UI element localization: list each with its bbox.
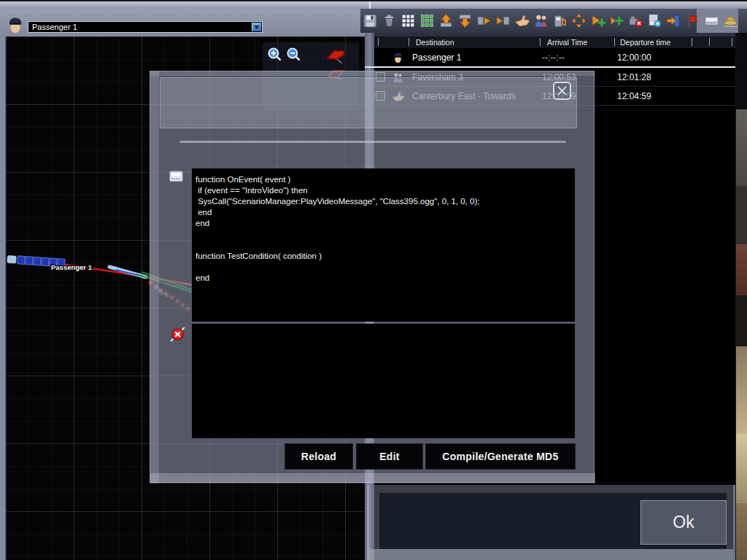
scenario-tools-icon[interactable] (723, 13, 738, 28)
grid-snap-icon[interactable] (419, 13, 435, 28)
cell-departure: 12:01:28 (617, 68, 651, 87)
import-icon[interactable] (438, 13, 454, 28)
code-line: end (196, 218, 575, 229)
title-bar (0, 0, 747, 9)
keyboard-icon[interactable] (704, 13, 719, 28)
dialog-bottom-band (150, 473, 595, 483)
column-tick (709, 38, 710, 46)
left-panel-border (0, 36, 6, 560)
code-lines: function OnEvent( event ) if (event == "… (196, 174, 575, 284)
driver-avatar-icon (6, 16, 25, 35)
ok-button[interactable]: Ok (640, 500, 727, 545)
editor-toolbar (360, 9, 747, 33)
code-line (196, 229, 575, 240)
train-label: Passenger 1 (51, 263, 93, 271)
service-properties-icon[interactable] (647, 13, 662, 28)
cell-arrival: --:--:-- (542, 48, 565, 67)
script-code-view[interactable]: function OnEvent( event ) if (event == "… (192, 168, 575, 322)
refuel-icon[interactable] (552, 13, 568, 28)
code-line: end (196, 273, 575, 284)
column-tick (732, 38, 732, 46)
expand-icon[interactable] (571, 13, 587, 28)
cell-departure: 12:04:59 (617, 87, 651, 106)
timetable-row-passenger-1[interactable]: Passenger 1 --:--:-- 12:00:00 (374, 48, 735, 67)
script-editor-dialog: function OnEvent( event ) if (event == "… (150, 71, 595, 483)
script-output-view[interactable] (192, 324, 575, 438)
close-icon[interactable] (552, 81, 572, 101)
column-tick (378, 38, 379, 46)
compile-error-icon (169, 326, 186, 343)
export-icon[interactable] (457, 13, 473, 28)
cell-departure: 12:00:00 (617, 48, 651, 67)
grid-align-icon[interactable] (400, 13, 416, 28)
red-marker-icon[interactable] (324, 45, 347, 64)
dialog-left-band (150, 71, 159, 483)
column-tick (409, 38, 409, 46)
footer-bottom-strip (369, 549, 733, 560)
app-window: Passenger 1 Player (0, 0, 747, 560)
code-line: if (event == "IntroVideo") then (196, 185, 575, 196)
code-line (196, 240, 575, 251)
add-driver-icon[interactable] (590, 13, 605, 28)
driver-icon (392, 52, 404, 64)
reload-button[interactable]: Reload (285, 443, 353, 470)
world-view-sliver (735, 33, 747, 560)
selected-row-underline (365, 66, 735, 68)
column-arrival[interactable]: Arrival Time (547, 38, 587, 47)
script-source-icon (169, 171, 183, 182)
driver-select-value: Passenger 1 (32, 23, 77, 31)
driver-select-dropdown[interactable]: Passenger 1 (28, 21, 263, 33)
select-hand-icon[interactable] (514, 13, 530, 28)
code-line: function TestCondition( condition ) (196, 251, 575, 262)
column-tick (540, 38, 541, 46)
column-departure[interactable]: Departure time (620, 38, 670, 47)
column-destination[interactable]: Destination (416, 38, 454, 47)
add-instruction-icon[interactable] (609, 13, 624, 28)
passengers-icon[interactable] (533, 13, 549, 28)
edit-button[interactable]: Edit (356, 443, 423, 470)
compile-button[interactable]: Compile/Generate MD5 (425, 443, 576, 470)
shift-left-icon[interactable] (495, 13, 511, 28)
code-line: end (196, 207, 575, 218)
portal-icon[interactable] (666, 13, 681, 28)
save-icon[interactable] (363, 13, 378, 28)
code-line: function OnEvent( event ) (196, 174, 575, 185)
code-line: SysCall("ScenarioManager:PlayVideoMessag… (196, 196, 575, 207)
cell-destination: Passenger 1 (412, 48, 461, 67)
dialog-divider (179, 141, 566, 143)
zoom-out-icon[interactable] (286, 47, 301, 62)
delete-icon[interactable] (382, 13, 397, 28)
flag-icon[interactable] (685, 13, 700, 28)
column-tick (692, 38, 692, 46)
dialog-top-band (150, 71, 595, 76)
chevron-down-icon[interactable] (252, 23, 261, 31)
toolbar-icons (363, 9, 738, 33)
remove-engine-icon[interactable] (628, 13, 643, 28)
timetable-header: Destination Arrival Time Departure time (374, 36, 735, 48)
column-tick (614, 38, 615, 46)
code-line (196, 262, 575, 273)
zoom-in-icon[interactable] (267, 47, 282, 62)
footer-panel: Ok (367, 485, 735, 560)
title-bar-divider (369, 1, 371, 9)
shift-right-icon[interactable] (476, 13, 492, 28)
dialog-header-panel (160, 77, 577, 128)
